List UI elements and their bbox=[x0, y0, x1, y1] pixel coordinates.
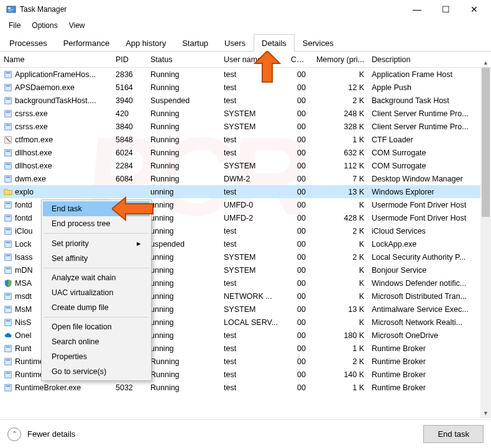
context-menu-item-set-affinity[interactable]: Set affinity bbox=[43, 251, 150, 266]
header-cpu[interactable]: CPU bbox=[287, 55, 310, 64]
cell-cpu: 00 bbox=[287, 162, 310, 170]
svg-rect-4 bbox=[5, 71, 12, 78]
cell-status: unning bbox=[147, 318, 220, 327]
cell-name: dllhost.exe bbox=[0, 162, 112, 170]
tab-services[interactable]: Services bbox=[295, 34, 342, 52]
svg-rect-21 bbox=[5, 201, 12, 208]
svg-rect-7 bbox=[6, 85, 11, 86]
table-row[interactable]: ApplicationFrameHos...2836Runningtest00K… bbox=[0, 68, 491, 81]
menu-view[interactable]: View bbox=[64, 20, 90, 31]
cell-user: test bbox=[220, 331, 287, 340]
header-user[interactable]: User name bbox=[220, 55, 287, 64]
context-menu-item-analyze-wait-chain[interactable]: Analyze wait chain bbox=[43, 270, 150, 285]
cell-status: Running bbox=[147, 70, 220, 79]
close-button[interactable]: ✕ bbox=[460, 0, 489, 19]
context-menu-item-properties[interactable]: Properties bbox=[43, 349, 150, 364]
tab-details[interactable]: Details bbox=[254, 34, 295, 52]
menu-file[interactable]: File bbox=[4, 20, 25, 31]
cell-description: Apple Push bbox=[368, 83, 491, 92]
table-row[interactable]: ctfmon.exe5848Runningtest001 KCTF Loader bbox=[0, 133, 491, 146]
scroll-thumb[interactable] bbox=[482, 68, 490, 217]
cell-description: Local Security Authority P... bbox=[368, 253, 491, 262]
svg-rect-27 bbox=[5, 240, 12, 247]
context-menu-item-uac-virtualization[interactable]: UAC virtualization bbox=[43, 285, 150, 300]
cell-pid: 5848 bbox=[112, 135, 147, 144]
header-memory[interactable]: Memory (pri... bbox=[310, 55, 368, 64]
cell-memory: 1 K bbox=[310, 344, 368, 353]
cell-cpu: 00 bbox=[287, 227, 310, 235]
tab-performance[interactable]: Performance bbox=[55, 34, 117, 52]
vertical-scrollbar[interactable]: ▲ ▼ bbox=[480, 68, 491, 418]
table-row[interactable]: csrss.exe420RunningSYSTEM00248 KClient S… bbox=[0, 107, 491, 120]
svg-rect-6 bbox=[5, 84, 12, 91]
header-status[interactable]: Status bbox=[147, 55, 220, 64]
tab-app-history[interactable]: App history bbox=[117, 34, 174, 52]
context-menu-item-end-task[interactable]: End task bbox=[43, 201, 150, 216]
cell-user: test bbox=[220, 279, 287, 288]
cell-user: test bbox=[220, 96, 287, 105]
cell-user: SYSTEM bbox=[220, 305, 287, 314]
cell-name: ctfmon.exe bbox=[0, 135, 112, 144]
table-row[interactable]: backgroundTaskHost....3940Suspendedtest0… bbox=[0, 94, 491, 107]
context-menu-item-set-priority[interactable]: Set priority▸ bbox=[43, 235, 150, 251]
cell-description: Runtime Broker bbox=[368, 383, 491, 392]
cell-status: Running bbox=[147, 370, 220, 379]
cell-memory: 2 K bbox=[310, 357, 368, 366]
header-description[interactable]: Description bbox=[368, 55, 491, 64]
tab-processes[interactable]: Processes bbox=[1, 34, 55, 52]
table-row[interactable]: csrss.exe3840RunningSYSTEM00328 KClient … bbox=[0, 120, 491, 133]
cell-cpu: 00 bbox=[287, 214, 310, 222]
minimize-button[interactable]: — bbox=[403, 0, 431, 19]
header-pid[interactable]: PID bbox=[112, 55, 147, 64]
table-row[interactable]: APSDaemon.exe5164Runningtest0012 KApple … bbox=[0, 81, 491, 94]
menu-options[interactable]: Options bbox=[27, 20, 62, 31]
cell-description: Microsoft Network Realti... bbox=[368, 318, 491, 327]
cell-status: uspended bbox=[147, 240, 220, 249]
cell-status: unning bbox=[147, 253, 220, 262]
svg-rect-43 bbox=[5, 371, 12, 378]
context-menu-separator bbox=[44, 233, 149, 234]
cell-user: test bbox=[220, 370, 287, 379]
cell-cpu: 00 bbox=[287, 370, 310, 379]
cell-description: Runtime Broker bbox=[368, 344, 491, 353]
context-menu-item-search-online[interactable]: Search online bbox=[43, 334, 150, 349]
table-row[interactable]: dwm.exe6084RunningDWM-2007 KDesktop Wind… bbox=[0, 172, 491, 185]
context-menu-item-open-file-location[interactable]: Open file location bbox=[43, 319, 150, 334]
cell-user: NETWORK ... bbox=[220, 292, 287, 301]
cell-user: DWM-2 bbox=[220, 175, 287, 183]
cell-pid: 2836 bbox=[112, 70, 147, 79]
table-row[interactable]: dllhost.exe6024Runningtest00632 KCOM Sur… bbox=[0, 146, 491, 159]
svg-rect-28 bbox=[6, 242, 11, 243]
cell-status: Running bbox=[147, 149, 220, 157]
tab-startup[interactable]: Startup bbox=[174, 34, 216, 52]
svg-rect-3 bbox=[8, 11, 12, 11]
cell-user: test bbox=[220, 383, 287, 392]
cell-cpu: 00 bbox=[287, 240, 310, 249]
fewer-details-label: Fewer details bbox=[27, 429, 75, 439]
fewer-details-toggle[interactable]: ⌃ Fewer details bbox=[7, 427, 75, 441]
context-menu-item-create-dump-file[interactable]: Create dump file bbox=[43, 300, 150, 315]
table-row[interactable]: RuntimeBroker.exe5032Runningtest001 KRun… bbox=[0, 381, 491, 394]
cell-status: Running bbox=[147, 135, 220, 144]
cell-cpu: 00 bbox=[287, 70, 310, 79]
end-task-button[interactable]: End task bbox=[423, 425, 484, 443]
header-name[interactable]: Name bbox=[0, 55, 112, 64]
svg-rect-19 bbox=[5, 175, 12, 182]
svg-rect-13 bbox=[6, 124, 11, 126]
context-menu-item-go-to-service-s-[interactable]: Go to service(s) bbox=[43, 364, 150, 379]
menubar: File Options View bbox=[0, 19, 491, 34]
svg-rect-24 bbox=[6, 216, 11, 217]
context-menu-separator bbox=[44, 268, 149, 268]
table-row[interactable]: explounningtest0013 KWindows Explorer bbox=[0, 185, 491, 198]
scroll-down-icon[interactable]: ▼ bbox=[480, 408, 491, 418]
table-row[interactable]: dllhost.exe2284RunningSYSTEM00112 KCOM S… bbox=[0, 159, 491, 172]
tab-users[interactable]: Users bbox=[216, 34, 254, 52]
context-menu-item-end-process-tree[interactable]: End process tree bbox=[43, 216, 150, 231]
cell-description: Desktop Window Manager bbox=[368, 175, 491, 183]
cell-name: RuntimeBroker.exe bbox=[0, 383, 112, 392]
cell-user: test bbox=[220, 357, 287, 366]
chevron-up-icon: ⌃ bbox=[7, 427, 21, 441]
cell-description: CTF Loader bbox=[368, 135, 491, 144]
maximize-button[interactable]: ☐ bbox=[431, 0, 460, 19]
scroll-up-icon[interactable]: ▲ bbox=[480, 57, 491, 68]
